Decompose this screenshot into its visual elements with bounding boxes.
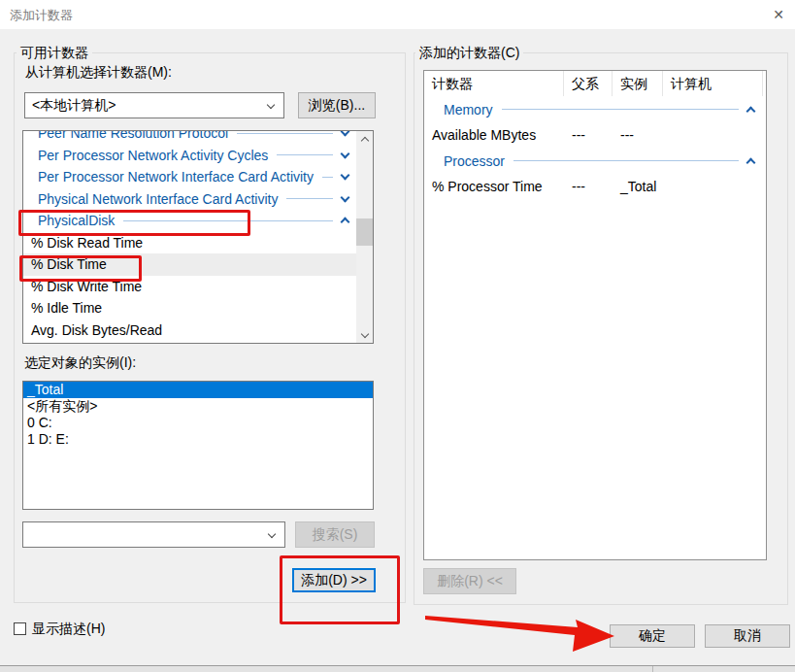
leader-line: [277, 154, 333, 155]
counter-tree[interactable]: Peer Name Resolution ProtocolPer Process…: [22, 130, 374, 344]
counter-label: Peer Name Resolution Protocol: [38, 130, 228, 141]
added-counter-name: Available MBytes: [424, 122, 564, 148]
select-computer-label: 从计算机选择计数器(M):: [25, 64, 172, 82]
instance-item[interactable]: <所有实例>: [23, 398, 373, 415]
bottom-edge: [0, 665, 795, 672]
column-header[interactable]: 父系: [564, 71, 613, 96]
counter-group-row[interactable]: Per Processor Network Interface Card Act…: [23, 166, 356, 188]
counter-row[interactable]: % Disk Write Time: [23, 276, 356, 298]
added-counter-instance: ---: [613, 122, 663, 148]
search-button[interactable]: 搜索(S): [295, 521, 375, 548]
added-group-label: Processor: [444, 153, 505, 169]
titlebar: 添加计数器 ✕: [0, 0, 795, 29]
computer-select-value: <本地计算机>: [32, 97, 116, 115]
counter-row[interactable]: % Disk Time: [23, 253, 356, 276]
annotation-arrow: [417, 607, 623, 654]
counter-group-row[interactable]: Peer Name Resolution Protocol: [23, 130, 356, 145]
instance-item[interactable]: _Total: [23, 382, 373, 398]
scroll-up-icon[interactable]: [356, 131, 373, 148]
available-counters-group-label: 可用计数器: [17, 45, 92, 62]
chevron-down-icon[interactable]: [341, 149, 350, 158]
added-counter-name: % Processor Time: [424, 174, 564, 199]
computer-select[interactable]: <本地计算机>: [24, 92, 284, 118]
added-counter-instance: _Total: [613, 174, 663, 199]
counter-group-row[interactable]: Physical Network Interface Card Activity: [23, 188, 356, 211]
column-header-spacer: [763, 71, 771, 96]
search-input[interactable]: [22, 521, 285, 548]
scroll-down-icon[interactable]: [356, 326, 373, 343]
leader-line: [513, 160, 739, 161]
chevron-down-icon[interactable]: [341, 171, 350, 181]
counter-group-row[interactable]: PhysicalDisk: [23, 210, 356, 232]
added-counters-group-label: 添加的计数器(C): [415, 45, 523, 62]
close-icon[interactable]: ✕: [767, 4, 790, 25]
counter-label: % Disk Write Time: [31, 279, 142, 294]
instances-label: 选定对象的实例(I):: [24, 354, 136, 372]
leader-line: [123, 220, 333, 221]
counter-row[interactable]: % Disk Read Time: [23, 232, 356, 254]
counter-label: % Disk Read Time: [31, 235, 143, 251]
counter-group-row[interactable]: Per Processor Network Activity Cycles: [23, 145, 356, 167]
window-title: 添加计数器: [10, 7, 73, 24]
counter-label: Avg. Disk Bytes/Read: [31, 322, 162, 338]
add-counters-dialog: 添加计数器 ✕ 可用计数器 从计算机选择计数器(M): <本地计算机> 浏览(B…: [0, 0, 795, 672]
instance-list[interactable]: _Total<所有实例>0 C:1 D: E:: [22, 381, 374, 510]
browse-button[interactable]: 浏览(B)...: [298, 92, 376, 118]
chevron-down-icon[interactable]: [341, 130, 350, 137]
chevron-down-icon[interactable]: [267, 101, 275, 109]
counter-label: % Idle Time: [31, 300, 102, 316]
leader-line: [502, 109, 739, 110]
column-header[interactable]: 计数器: [424, 71, 564, 96]
added-group-row[interactable]: Memory: [424, 96, 766, 122]
chevron-up-icon[interactable]: [746, 106, 756, 116]
added-counters-table[interactable]: 计数器 父系 实例 计算机 MemoryAvailable MBytes----…: [423, 70, 767, 560]
bottom-edge-divider: [652, 666, 653, 672]
table-body: MemoryAvailable MBytes------Processor% P…: [424, 96, 766, 199]
leader-line: [237, 133, 333, 134]
added-counter-computer: [663, 122, 763, 148]
show-description-checkbox[interactable]: [14, 622, 26, 635]
counter-label: Per Processor Network Activity Cycles: [38, 148, 268, 163]
add-button[interactable]: 添加(D) >>: [292, 568, 376, 592]
table-header: 计数器 父系 实例 计算机: [424, 71, 766, 96]
added-counter-computer: [663, 174, 763, 199]
column-header[interactable]: 实例: [613, 71, 663, 96]
counter-label: % Disk Time: [31, 256, 107, 272]
scrollbar-thumb[interactable]: [356, 218, 373, 246]
counter-row[interactable]: Avg. Disk Bytes/Read: [23, 319, 356, 342]
leader-line: [322, 177, 333, 178]
counter-label: Per Processor Network Interface Card Act…: [38, 169, 314, 185]
counter-label: PhysicalDisk: [38, 213, 115, 228]
added-group-row[interactable]: Processor: [424, 148, 766, 174]
ok-button[interactable]: 确定: [610, 624, 695, 648]
counter-row[interactable]: % Idle Time: [23, 297, 356, 319]
chevron-down-icon[interactable]: [268, 530, 276, 538]
instance-item[interactable]: 1 D: E:: [23, 431, 373, 448]
column-header[interactable]: 计算机: [663, 71, 763, 96]
show-description-label: 显示描述(H): [32, 621, 105, 638]
added-counter-parent: ---: [564, 174, 613, 199]
added-counter-parent: ---: [564, 122, 613, 148]
added-counter-row[interactable]: % Processor Time---_Total: [424, 174, 766, 199]
added-counter-row[interactable]: Available MBytes------: [424, 122, 766, 148]
counter-tree-content: Peer Name Resolution ProtocolPer Process…: [23, 130, 356, 341]
chevron-up-icon[interactable]: [341, 218, 350, 227]
chevron-down-icon[interactable]: [341, 192, 350, 202]
chevron-up-icon[interactable]: [746, 157, 756, 167]
instance-item[interactable]: 0 C:: [23, 415, 373, 431]
leader-line: [286, 198, 333, 199]
added-group-label: Memory: [444, 102, 493, 118]
cancel-button[interactable]: 取消: [705, 624, 790, 648]
counter-label: Physical Network Interface Card Activity: [38, 191, 278, 207]
remove-button[interactable]: 删除(R) <<: [423, 568, 516, 594]
counter-tree-scrollbar[interactable]: [356, 131, 373, 343]
